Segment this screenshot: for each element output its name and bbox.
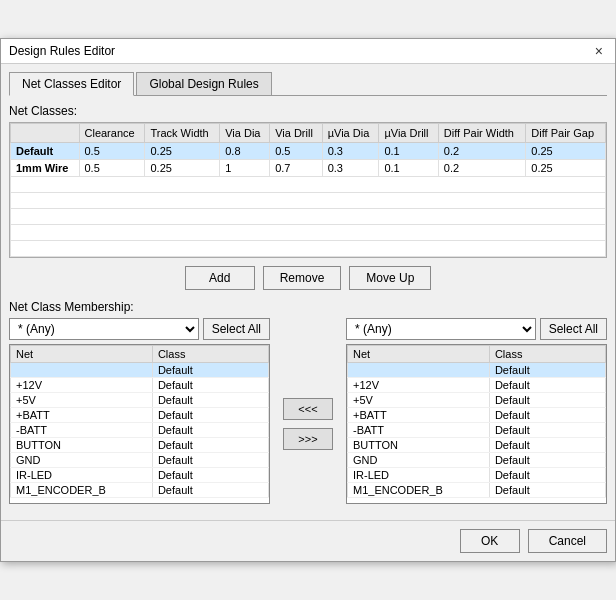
list-class: Default bbox=[152, 438, 268, 453]
tab-global-design-rules[interactable]: Global Design Rules bbox=[136, 72, 271, 95]
left-select-all-button[interactable]: Select All bbox=[203, 318, 270, 340]
empty-row bbox=[11, 209, 606, 225]
left-list-header: Net Class bbox=[11, 346, 269, 363]
right-col-net: Net bbox=[348, 346, 490, 363]
col-diff-pair-width: Diff Pair Width bbox=[438, 124, 526, 143]
right-dropdown[interactable]: * (Any) bbox=[346, 318, 536, 340]
list-class: Default bbox=[152, 363, 268, 378]
dialog-title: Design Rules Editor bbox=[9, 44, 115, 58]
net-classes-section: Net Classes: Clearance Track Width Via D… bbox=[9, 104, 607, 258]
list-class: Default bbox=[152, 453, 268, 468]
left-list-table: Net Class Default +12V Default +5V Defau… bbox=[10, 345, 269, 498]
list-item[interactable]: -BATT Default bbox=[348, 423, 606, 438]
left-dropdown[interactable]: * (Any) bbox=[9, 318, 199, 340]
title-bar: Design Rules Editor × bbox=[1, 39, 615, 64]
list-class: Default bbox=[152, 393, 268, 408]
net-classes-label: Net Classes: bbox=[9, 104, 607, 118]
list-net: +12V bbox=[11, 378, 153, 393]
empty-row bbox=[11, 177, 606, 193]
net-classes-table-container: Clearance Track Width Via Dia Via Drill … bbox=[9, 122, 607, 258]
add-button[interactable]: Add bbox=[185, 266, 255, 290]
table-row[interactable]: Default 0.5 0.25 0.8 0.5 0.3 0.1 0.2 0.2… bbox=[11, 143, 606, 160]
list-item[interactable]: IR-LED Default bbox=[11, 468, 269, 483]
list-item[interactable]: M1_ENCODER_B Default bbox=[11, 483, 269, 498]
arrow-column: <<< >>> bbox=[278, 318, 338, 450]
cell-uvia-drill: 0.1 bbox=[379, 143, 438, 160]
cell-diff-pair-gap: 0.25 bbox=[526, 143, 606, 160]
ok-button[interactable]: OK bbox=[460, 529, 520, 553]
membership-right-col: * (Any) Select All Net Class bbox=[346, 318, 607, 504]
dialog-footer: OK Cancel bbox=[1, 520, 615, 561]
table-row[interactable]: 1mm Wire 0.5 0.25 1 0.7 0.3 0.1 0.2 0.25 bbox=[11, 160, 606, 177]
cell-track-width: 0.25 bbox=[145, 143, 220, 160]
list-item[interactable]: Default bbox=[348, 363, 606, 378]
list-net: GND bbox=[348, 453, 490, 468]
list-item[interactable]: BUTTON Default bbox=[11, 438, 269, 453]
cell-name: Default bbox=[11, 143, 80, 160]
list-item[interactable]: IR-LED Default bbox=[348, 468, 606, 483]
list-item[interactable]: GND Default bbox=[11, 453, 269, 468]
list-class: Default bbox=[152, 468, 268, 483]
list-item[interactable]: +12V Default bbox=[11, 378, 269, 393]
list-class: Default bbox=[489, 363, 605, 378]
list-net: -BATT bbox=[11, 423, 153, 438]
col-track-width: Track Width bbox=[145, 124, 220, 143]
tab-net-classes[interactable]: Net Classes Editor bbox=[9, 72, 134, 96]
list-class: Default bbox=[489, 468, 605, 483]
dialog-body: Net Classes Editor Global Design Rules N… bbox=[1, 64, 615, 520]
list-class: Default bbox=[489, 408, 605, 423]
list-item[interactable]: GND Default bbox=[348, 453, 606, 468]
list-item[interactable]: +BATT Default bbox=[348, 408, 606, 423]
list-item[interactable]: +BATT Default bbox=[11, 408, 269, 423]
list-net: IR-LED bbox=[11, 468, 153, 483]
list-class: Default bbox=[152, 483, 268, 498]
empty-row bbox=[11, 193, 606, 209]
cell-name: 1mm Wire bbox=[11, 160, 80, 177]
list-item[interactable]: -BATT Default bbox=[11, 423, 269, 438]
list-item[interactable]: +5V Default bbox=[11, 393, 269, 408]
list-net: GND bbox=[11, 453, 153, 468]
right-select-all-button[interactable]: Select All bbox=[540, 318, 607, 340]
left-col-class: Class bbox=[152, 346, 268, 363]
cancel-button[interactable]: Cancel bbox=[528, 529, 607, 553]
list-class: Default bbox=[489, 423, 605, 438]
list-class: Default bbox=[152, 408, 268, 423]
cell-diff-pair-width: 0.2 bbox=[438, 160, 526, 177]
remove-button[interactable]: Remove bbox=[263, 266, 342, 290]
arrow-left-button[interactable]: <<< bbox=[283, 398, 333, 420]
cell-uvia-dia: 0.3 bbox=[322, 160, 379, 177]
list-net: +BATT bbox=[11, 408, 153, 423]
col-diff-pair-gap: Diff Pair Gap bbox=[526, 124, 606, 143]
empty-row bbox=[11, 241, 606, 257]
list-item[interactable]: +12V Default bbox=[348, 378, 606, 393]
list-net: +BATT bbox=[348, 408, 490, 423]
col-via-drill: Via Drill bbox=[270, 124, 323, 143]
list-net bbox=[348, 363, 490, 378]
list-net: +5V bbox=[11, 393, 153, 408]
arrow-right-button[interactable]: >>> bbox=[283, 428, 333, 450]
list-item[interactable]: M1_ENCODER_B Default bbox=[348, 483, 606, 498]
empty-row bbox=[11, 225, 606, 241]
list-net: IR-LED bbox=[348, 468, 490, 483]
table-header-row: Clearance Track Width Via Dia Via Drill … bbox=[11, 124, 606, 143]
cell-via-drill: 0.7 bbox=[270, 160, 323, 177]
list-net: BUTTON bbox=[348, 438, 490, 453]
membership-section: Net Class Membership: * (Any) Select All bbox=[9, 300, 607, 504]
close-button[interactable]: × bbox=[591, 43, 607, 59]
membership-row: * (Any) Select All Net Class bbox=[9, 318, 607, 504]
col-uvia-dia: µVia Dia bbox=[322, 124, 379, 143]
list-class: Default bbox=[489, 453, 605, 468]
move-up-button[interactable]: Move Up bbox=[349, 266, 431, 290]
list-item[interactable]: Default bbox=[11, 363, 269, 378]
left-col-net: Net bbox=[11, 346, 153, 363]
right-list-container[interactable]: Net Class Default +12V Default +5V Defau… bbox=[346, 344, 607, 504]
left-list-container[interactable]: Net Class Default +12V Default +5V Defau… bbox=[9, 344, 270, 504]
col-via-dia: Via Dia bbox=[220, 124, 270, 143]
cell-clearance: 0.5 bbox=[79, 143, 145, 160]
list-net: +12V bbox=[348, 378, 490, 393]
membership-right-controls: * (Any) Select All bbox=[346, 318, 607, 340]
list-item[interactable]: BUTTON Default bbox=[348, 438, 606, 453]
list-class: Default bbox=[489, 378, 605, 393]
cell-uvia-drill: 0.1 bbox=[379, 160, 438, 177]
list-item[interactable]: +5V Default bbox=[348, 393, 606, 408]
